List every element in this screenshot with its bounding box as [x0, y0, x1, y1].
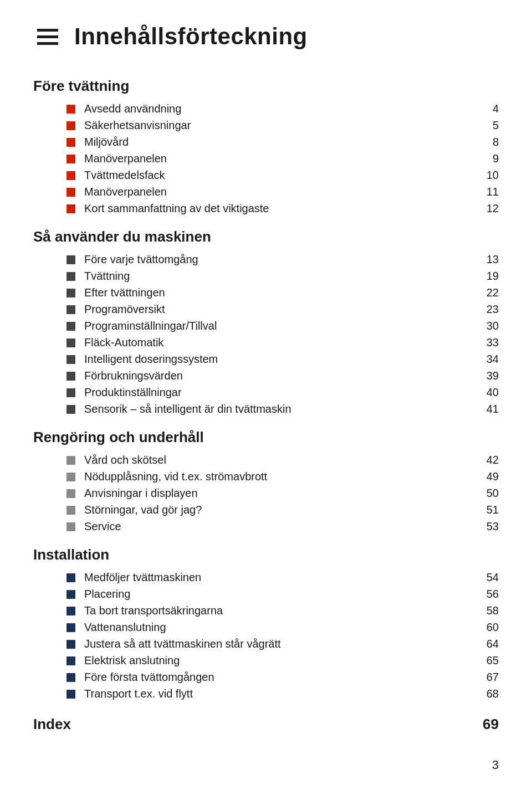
section-heading-sa-anvander: Så använder du maskinen: [33, 228, 499, 245]
item-page: 34: [482, 353, 499, 366]
item-label: Före varje tvättomgång: [84, 253, 475, 266]
toc-item: Nödupplåsning, vid t.ex. strömavbrott49: [66, 470, 499, 483]
index-page: 69: [477, 716, 499, 733]
item-label: Transport t.ex. vid flytt: [84, 688, 475, 700]
bullet-icon: [66, 171, 75, 180]
item-label: Justera så att tvättmaskinen står vågrät…: [84, 638, 475, 650]
index-label: Index: [33, 716, 477, 733]
item-label: Tvättning: [84, 270, 475, 283]
bullet-icon: [66, 372, 75, 381]
section-heading-installation: Installation: [33, 546, 499, 563]
item-page: 49: [482, 470, 499, 483]
bullet-icon: [66, 355, 75, 364]
toc-item: Transport t.ex. vid flytt68: [66, 688, 499, 700]
toc-item: Manöverpanelen11: [66, 186, 499, 198]
item-label: Sensorik – så intelligent är din tvättma…: [84, 403, 475, 415]
item-page: 4: [482, 102, 499, 115]
toc-item: Fläck-Automatik33: [66, 336, 499, 349]
bullet-icon: [66, 456, 75, 465]
item-label: Störningar, vad gör jag?: [84, 504, 475, 516]
toc-item: Efter tvättningen22: [66, 286, 499, 299]
toc-items-rengoring: Vård och skötsel42Nödupplåsning, vid t.e…: [66, 454, 499, 533]
item-page: 56: [482, 588, 499, 601]
toc-item: Förbrukningsvärden39: [66, 370, 499, 382]
bullet-icon: [66, 305, 75, 314]
bullet-icon: [66, 506, 75, 515]
item-label: Vattenanslutning: [84, 621, 475, 634]
item-label: Programinställningar/Tillval: [84, 320, 475, 332]
toc-items-fore-tvattning: Avsedd användning4Säkerhetsanvisningar5M…: [66, 102, 499, 215]
toc-items-sa-anvander: Före varje tvättomgång13Tvättning19Efter…: [66, 253, 499, 415]
bullet-icon: [66, 473, 75, 481]
menu-icon: [33, 22, 62, 51]
bullet-icon: [66, 338, 75, 347]
item-page: 40: [482, 386, 499, 399]
section-heading-rengoring: Rengöring och underhåll: [33, 429, 499, 446]
bullet-icon: [66, 607, 75, 615]
item-page: 68: [482, 688, 499, 700]
bullet-icon: [66, 640, 75, 649]
toc-item: Service53: [66, 520, 499, 533]
toc-item: Placering56: [66, 588, 499, 601]
toc-item: Produktinställningar40: [66, 386, 499, 399]
toc-item: Intelligent doseringssystem34: [66, 353, 499, 366]
item-label: Medföljer tvättmaskinen: [84, 571, 475, 584]
item-page: 23: [482, 303, 499, 316]
bullet-icon: [66, 188, 75, 197]
item-page: 67: [482, 671, 499, 684]
page-header: Innehållsförteckning: [33, 22, 499, 51]
bullet-icon: [66, 204, 75, 213]
item-page: 8: [482, 136, 499, 148]
bullet-icon: [66, 121, 75, 130]
section-heading-fore-tvattning: Före tvättning: [33, 78, 499, 95]
bullet-icon: [66, 590, 75, 599]
item-label: Efter tvättningen: [84, 286, 475, 299]
item-label: Avsedd användning: [84, 102, 475, 115]
item-page: 64: [482, 638, 499, 650]
item-label: Elektrisk anslutning: [84, 654, 475, 667]
bullet-icon: [66, 388, 75, 397]
toc-section-sa-anvander: Så använder du maskinenFöre varje tvätto…: [33, 228, 499, 415]
bullet-icon: [66, 322, 75, 331]
item-label: Manöverpanelen: [84, 152, 475, 165]
toc-item: Elektrisk anslutning65: [66, 654, 499, 667]
bullet-icon: [66, 656, 75, 665]
item-label: Miljövård: [84, 136, 475, 148]
item-label: Programöversikt: [84, 303, 475, 316]
bullet-icon: [66, 272, 75, 281]
item-page: 11: [482, 186, 499, 198]
toc-item: Sensorik – så intelligent är din tvättma…: [66, 403, 499, 415]
item-page: 39: [482, 370, 499, 382]
item-page: 54: [482, 571, 499, 584]
item-page: 42: [482, 454, 499, 466]
toc-item: Kort sammanfattning av det viktigaste12: [66, 202, 499, 215]
item-page: 51: [482, 504, 499, 516]
bullet-icon: [66, 405, 75, 414]
bullet-icon: [66, 573, 75, 582]
item-label: Kort sammanfattning av det viktigaste: [84, 202, 475, 215]
item-label: Förbrukningsvärden: [84, 370, 475, 382]
item-page: 50: [482, 487, 499, 500]
item-label: Säkerhetsanvisningar: [84, 119, 475, 132]
toc-item: Programinställningar/Tillval30: [66, 320, 499, 332]
bullet-icon: [66, 522, 75, 531]
item-label: Intelligent doseringssystem: [84, 353, 475, 366]
item-page: 19: [482, 270, 499, 283]
item-label: Service: [84, 520, 475, 533]
item-label: Anvisningar i displayen: [84, 487, 475, 500]
bullet-icon: [66, 289, 75, 297]
item-page: 12: [482, 202, 499, 215]
item-page: 10: [482, 169, 499, 182]
page-number: 3: [492, 758, 499, 772]
toc-container: Före tvättningAvsedd användning4Säkerhet…: [33, 78, 499, 733]
page-title: Innehållsförteckning: [74, 23, 308, 50]
toc-section-fore-tvattning: Före tvättningAvsedd användning4Säkerhet…: [33, 78, 499, 215]
item-page: 58: [482, 604, 499, 617]
item-page: 9: [482, 152, 499, 165]
item-page: 60: [482, 621, 499, 634]
item-page: 30: [482, 320, 499, 332]
toc-item: Före första tvättomgången67: [66, 671, 499, 684]
toc-item: Vattenanslutning60: [66, 621, 499, 634]
toc-item: Programöversikt23: [66, 303, 499, 316]
item-page: 41: [482, 403, 499, 415]
